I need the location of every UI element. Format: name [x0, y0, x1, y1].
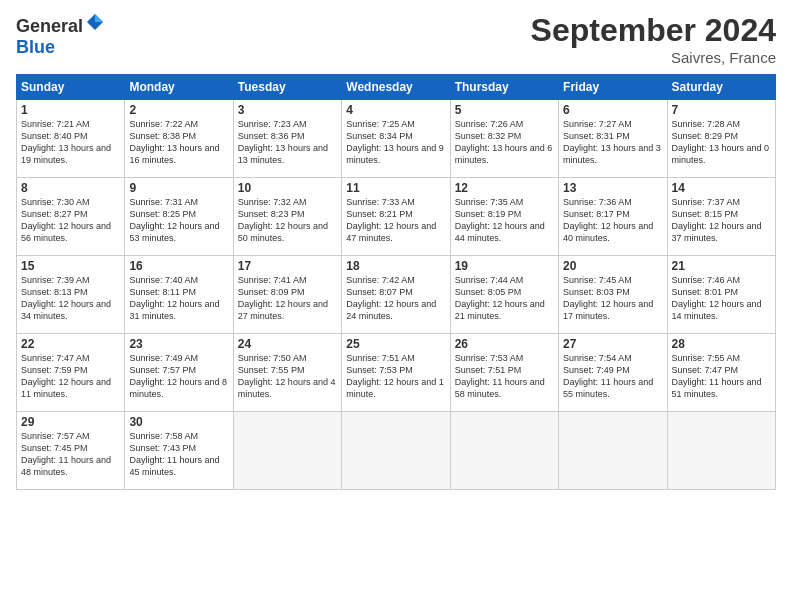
col-friday: Friday: [559, 75, 667, 100]
table-row: 22Sunrise: 7:47 AMSunset: 7:59 PMDayligh…: [17, 334, 125, 412]
table-row: 13Sunrise: 7:36 AMSunset: 8:17 PMDayligh…: [559, 178, 667, 256]
header-row: Sunday Monday Tuesday Wednesday Thursday…: [17, 75, 776, 100]
table-row: 23Sunrise: 7:49 AMSunset: 7:57 PMDayligh…: [125, 334, 233, 412]
table-row: 9Sunrise: 7:31 AMSunset: 8:25 PMDaylight…: [125, 178, 233, 256]
logo-general: General: [16, 16, 83, 36]
table-row: 29Sunrise: 7:57 AMSunset: 7:45 PMDayligh…: [17, 412, 125, 490]
table-row: 18Sunrise: 7:42 AMSunset: 8:07 PMDayligh…: [342, 256, 450, 334]
empty-cell: [342, 412, 450, 490]
table-row: 26Sunrise: 7:53 AMSunset: 7:51 PMDayligh…: [450, 334, 558, 412]
title-area: September 2024 Saivres, France: [531, 12, 776, 66]
table-row: 15Sunrise: 7:39 AMSunset: 8:13 PMDayligh…: [17, 256, 125, 334]
table-row: 12Sunrise: 7:35 AMSunset: 8:19 PMDayligh…: [450, 178, 558, 256]
table-row: 16Sunrise: 7:40 AMSunset: 8:11 PMDayligh…: [125, 256, 233, 334]
location: Saivres, France: [531, 49, 776, 66]
col-sunday: Sunday: [17, 75, 125, 100]
logo-blue: Blue: [16, 37, 55, 57]
logo: General Blue: [16, 12, 105, 58]
table-row: 21Sunrise: 7:46 AMSunset: 8:01 PMDayligh…: [667, 256, 775, 334]
table-row: 27Sunrise: 7:54 AMSunset: 7:49 PMDayligh…: [559, 334, 667, 412]
table-row: 8Sunrise: 7:30 AMSunset: 8:27 PMDaylight…: [17, 178, 125, 256]
col-saturday: Saturday: [667, 75, 775, 100]
table-row: 19Sunrise: 7:44 AMSunset: 8:05 PMDayligh…: [450, 256, 558, 334]
header: General Blue September 2024 Saivres, Fra…: [16, 12, 776, 66]
table-row: 7Sunrise: 7:28 AMSunset: 8:29 PMDaylight…: [667, 100, 775, 178]
empty-cell: [450, 412, 558, 490]
logo-icon: [85, 12, 105, 32]
empty-cell: [559, 412, 667, 490]
table-row: 25Sunrise: 7:51 AMSunset: 7:53 PMDayligh…: [342, 334, 450, 412]
table-row: 5Sunrise: 7:26 AMSunset: 8:32 PMDaylight…: [450, 100, 558, 178]
table-row: 1Sunrise: 7:21 AMSunset: 8:40 PMDaylight…: [17, 100, 125, 178]
empty-cell: [667, 412, 775, 490]
table-row: 20Sunrise: 7:45 AMSunset: 8:03 PMDayligh…: [559, 256, 667, 334]
page: General Blue September 2024 Saivres, Fra…: [0, 0, 792, 612]
col-tuesday: Tuesday: [233, 75, 341, 100]
month-title: September 2024: [531, 12, 776, 49]
svg-marker-1: [95, 14, 103, 22]
table-row: 17Sunrise: 7:41 AMSunset: 8:09 PMDayligh…: [233, 256, 341, 334]
table-row: 14Sunrise: 7:37 AMSunset: 8:15 PMDayligh…: [667, 178, 775, 256]
table-row: 3Sunrise: 7:23 AMSunset: 8:36 PMDaylight…: [233, 100, 341, 178]
calendar-table: Sunday Monday Tuesday Wednesday Thursday…: [16, 74, 776, 490]
col-wednesday: Wednesday: [342, 75, 450, 100]
table-row: 24Sunrise: 7:50 AMSunset: 7:55 PMDayligh…: [233, 334, 341, 412]
table-row: 28Sunrise: 7:55 AMSunset: 7:47 PMDayligh…: [667, 334, 775, 412]
table-row: 6Sunrise: 7:27 AMSunset: 8:31 PMDaylight…: [559, 100, 667, 178]
table-row: 2Sunrise: 7:22 AMSunset: 8:38 PMDaylight…: [125, 100, 233, 178]
col-thursday: Thursday: [450, 75, 558, 100]
col-monday: Monday: [125, 75, 233, 100]
table-row: 30Sunrise: 7:58 AMSunset: 7:43 PMDayligh…: [125, 412, 233, 490]
empty-cell: [233, 412, 341, 490]
table-row: 11Sunrise: 7:33 AMSunset: 8:21 PMDayligh…: [342, 178, 450, 256]
table-row: 4Sunrise: 7:25 AMSunset: 8:34 PMDaylight…: [342, 100, 450, 178]
table-row: 10Sunrise: 7:32 AMSunset: 8:23 PMDayligh…: [233, 178, 341, 256]
